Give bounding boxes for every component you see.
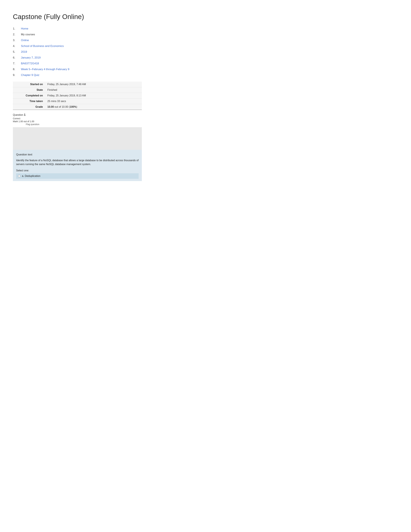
breadcrumb-link-chapter9quiz[interactable]: Chapter 9 Quiz <box>21 74 39 77</box>
radio-button-a[interactable] <box>18 175 20 177</box>
breadcrumb-list: 1. Home 2. My courses 3. Online 4. Schoo… <box>13 27 142 77</box>
select-one-label: Select one: <box>16 169 139 172</box>
breadcrumb-link-home[interactable]: Home <box>21 27 28 30</box>
quiz-info-row-completed: Completed on Friday, 25 January 2019, 8:… <box>13 93 142 98</box>
question-mark: Mark 1.00 out of 1.00 <box>13 120 142 123</box>
grade-value: 10.00 out of 10.00 (100%) <box>45 104 142 110</box>
question-label: Question <box>13 114 23 116</box>
quiz-info-row-state: State Finished <box>13 87 142 93</box>
quiz-info-table: Started on Friday, 25 January 2019, 7:48… <box>13 82 142 110</box>
completed-on-value: Friday, 25 January 2019, 8:13 AM <box>45 93 142 98</box>
state-label: State <box>13 87 45 93</box>
breadcrumb-number-9: 9. <box>13 74 21 77</box>
breadcrumb-item-4: 4. School of Business and Economics <box>13 45 142 48</box>
breadcrumb-item-5: 5. 2019 <box>13 50 142 54</box>
breadcrumb-item-9: 9. Chapter 9 Quiz <box>13 74 142 77</box>
breadcrumb-number-7: 7. <box>13 62 21 65</box>
breadcrumb-number-8: 8. <box>13 68 21 71</box>
question-number: 1 <box>24 113 26 116</box>
grade-label: Grade <box>13 104 45 110</box>
breadcrumb-link-school[interactable]: School of Business and Economics <box>21 45 64 48</box>
state-value: Finished <box>45 87 142 93</box>
breadcrumb-number-3: 3. <box>13 39 21 42</box>
breadcrumb-link-january7[interactable]: January 7, 2019 <box>21 56 41 59</box>
breadcrumb-item-8: 8. Week 5--February 4 through February 9 <box>13 68 142 71</box>
time-taken-label: Time taken <box>13 98 45 104</box>
question-text-section: Question text Identify the feature of a … <box>13 150 142 181</box>
answer-text-a: a. Deduplication <box>22 175 40 178</box>
question-text-label: Question text <box>16 153 139 156</box>
breadcrumb-item-7: 7. BA63772G418 <box>13 62 142 65</box>
breadcrumb-number-4: 4. <box>13 45 21 48</box>
breadcrumb-number-1: 1. <box>13 27 21 30</box>
breadcrumb-item-2: 2. My courses <box>13 33 142 36</box>
flag-question-button[interactable]: Flag question <box>26 123 142 126</box>
question-header: Question 1 <box>13 113 142 116</box>
breadcrumb-link-2019[interactable]: 2019 <box>21 50 27 54</box>
page-title: Capstone (Fully Online) <box>13 13 142 21</box>
breadcrumb-number-6: 6. <box>13 56 21 59</box>
quiz-info-row-grade: Grade 10.00 out of 10.00 (100%) <box>13 104 142 110</box>
breadcrumb-number-5: 5. <box>13 50 21 54</box>
started-on-value: Friday, 25 January 2019, 7:48 AM <box>45 82 142 87</box>
breadcrumb-number-2: 2. <box>13 33 21 36</box>
breadcrumb-link-online[interactable]: Online <box>21 39 29 42</box>
quiz-info-row-started: Started on Friday, 25 January 2019, 7:48… <box>13 82 142 87</box>
breadcrumb-item-6: 6. January 7, 2019 <box>13 56 142 59</box>
question-box <box>13 127 142 150</box>
answer-option-a[interactable]: a. Deduplication <box>16 173 139 179</box>
started-on-label: Started on <box>13 82 45 87</box>
breadcrumb-item-3: 3. Online <box>13 39 142 42</box>
breadcrumb-item-1: 1. Home <box>13 27 142 30</box>
question-status: Correct <box>13 117 142 120</box>
breadcrumb-text-mycourses: My courses <box>21 33 35 36</box>
question-text-body: Identify the feature of a NoSQL database… <box>16 159 139 166</box>
time-taken-value: 25 mins 33 secs <box>45 98 142 104</box>
completed-on-label: Completed on <box>13 93 45 98</box>
breadcrumb-link-week5[interactable]: Week 5--February 4 through February 9 <box>21 68 69 71</box>
breadcrumb-link-ba63772[interactable]: BA63772G418 <box>21 62 39 65</box>
quiz-info-row-time: Time taken 25 mins 33 secs <box>13 98 142 104</box>
